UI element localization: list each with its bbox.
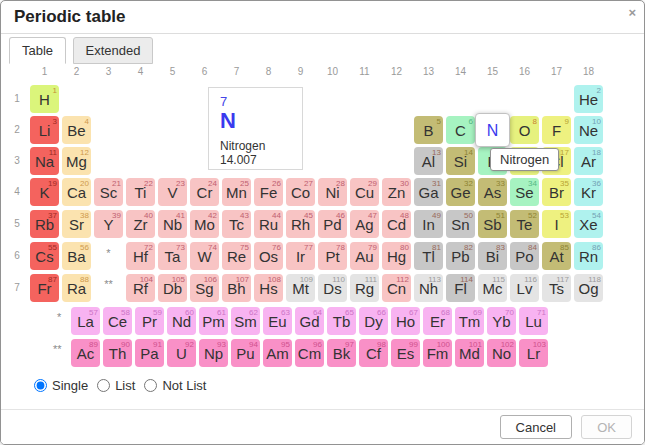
cancel-button[interactable]: Cancel [500,415,572,439]
element-co[interactable]: 27Co [286,178,315,206]
tab-table[interactable]: Table [9,37,66,64]
element-fm[interactable]: 100Fm [423,339,452,367]
element-zn[interactable]: 30Zn [382,178,411,206]
element-ds[interactable]: 110Ds [318,274,347,302]
element-rh[interactable]: 45Rh [286,210,315,238]
element-mn[interactable]: 25Mn [222,178,251,206]
element-og[interactable]: 118Og [574,274,603,302]
element-ga[interactable]: 31Ga [414,178,443,206]
element-u[interactable]: 92U [167,339,196,367]
element-rb[interactable]: 37Rb [30,210,59,238]
element-zr[interactable]: 40Zr [126,210,155,238]
element-yb[interactable]: 70Yb [487,307,516,335]
tab-extended[interactable]: Extended [73,37,154,64]
element-er[interactable]: 68Er [423,307,452,335]
element-ag[interactable]: 47Ag [350,210,379,238]
element-ne[interactable]: 10Ne [574,116,603,144]
element-n[interactable]: 7N [475,113,510,147]
element-pd[interactable]: 46Pd [318,210,347,238]
element-ar[interactable]: 18Ar [574,147,603,175]
element-rg[interactable]: 111Rg [350,274,379,302]
element-i[interactable]: 53I [542,210,571,238]
element-db[interactable]: 105Db [158,274,187,302]
element-nb[interactable]: 41Nb [158,210,187,238]
element-bh[interactable]: 107Bh [222,274,251,302]
element-v[interactable]: 23V [158,178,187,206]
element-k[interactable]: 19K [30,178,59,206]
element-br[interactable]: 35Br [542,178,571,206]
element-es[interactable]: 99Es [391,339,420,367]
element-c[interactable]: 6C [446,116,475,144]
element-ba[interactable]: 56Ba [62,242,91,270]
element-cu[interactable]: 29Cu [350,178,379,206]
element-ac[interactable]: 89Ac [71,339,100,367]
element-na[interactable]: 11Na [30,147,59,175]
element-o[interactable]: 8O [510,116,539,144]
element-os[interactable]: 76Os [254,242,283,270]
element-ge[interactable]: 32Ge [446,178,475,206]
element-np[interactable]: 93Np [199,339,228,367]
element-th[interactable]: 90Th [103,339,132,367]
element-al[interactable]: 13Al [414,147,443,175]
radio-not-list-input[interactable] [144,379,157,392]
element-w[interactable]: 74W [190,242,219,270]
radio-single[interactable]: Single [34,378,88,393]
element-tm[interactable]: 69Tm [455,307,484,335]
element-ir[interactable]: 77Ir [286,242,315,270]
element-pt[interactable]: 78Pt [318,242,347,270]
radio-list[interactable]: List [97,378,135,393]
element-cs[interactable]: 55Cs [30,242,59,270]
element-cd[interactable]: 48Cd [382,210,411,238]
element-mg[interactable]: 12Mg [62,147,91,175]
element-si[interactable]: 14Si [446,147,475,175]
element-pa[interactable]: 91Pa [135,339,164,367]
element-se[interactable]: 34Se [510,178,539,206]
element-y[interactable]: 39Y [94,210,123,238]
element-in[interactable]: 49In [414,210,443,238]
element-lv[interactable]: 116Lv [510,274,539,302]
element-cr[interactable]: 24Cr [190,178,219,206]
element-lu[interactable]: 71Lu [519,307,548,335]
element-be[interactable]: 4Be [62,116,91,144]
element-b[interactable]: 5B [414,116,443,144]
element-bk[interactable]: 97Bk [327,339,356,367]
radio-single-input[interactable] [34,379,47,392]
element-re[interactable]: 75Re [222,242,251,270]
element-as[interactable]: 33As [478,178,507,206]
element-gd[interactable]: 64Gd [295,307,324,335]
element-sn[interactable]: 50Sn [446,210,475,238]
element-fe[interactable]: 26Fe [254,178,283,206]
element-ra[interactable]: 88Ra [62,274,91,302]
element-nd[interactable]: 60Nd [167,307,196,335]
element-ti[interactable]: 22Ti [126,178,155,206]
element-ho[interactable]: 67Ho [391,307,420,335]
element-tc[interactable]: 43Tc [222,210,251,238]
element-h[interactable]: 1H [30,85,59,113]
element-sc[interactable]: 21Sc [94,178,123,206]
ok-button[interactable]: OK [581,415,632,439]
element-nh[interactable]: 113Nh [414,274,443,302]
element-lr[interactable]: 103Lr [519,339,548,367]
element-pb[interactable]: 82Pb [446,242,475,270]
close-icon[interactable]: × [628,5,636,20]
element-sr[interactable]: 38Sr [62,210,91,238]
element-eu[interactable]: 63Eu [263,307,292,335]
radio-not-list[interactable]: Not List [144,378,206,393]
element-hg[interactable]: 80Hg [382,242,411,270]
element-mc[interactable]: 115Mc [478,274,507,302]
element-au[interactable]: 79Au [350,242,379,270]
element-kr[interactable]: 36Kr [574,178,603,206]
element-ca[interactable]: 20Ca [62,178,91,206]
element-po[interactable]: 84Po [510,242,539,270]
element-sm[interactable]: 62Sm [231,307,260,335]
element-ce[interactable]: 58Ce [103,307,132,335]
element-sb[interactable]: 51Sb [478,210,507,238]
element-la[interactable]: 57La [71,307,100,335]
element-tb[interactable]: 65Tb [327,307,356,335]
element-pr[interactable]: 59Pr [135,307,164,335]
element-he[interactable]: 2He [574,85,603,113]
element-xe[interactable]: 54Xe [574,210,603,238]
element-tl[interactable]: 81Tl [414,242,443,270]
element-rf[interactable]: 104Rf [126,274,155,302]
element-f[interactable]: 9F [542,116,571,144]
